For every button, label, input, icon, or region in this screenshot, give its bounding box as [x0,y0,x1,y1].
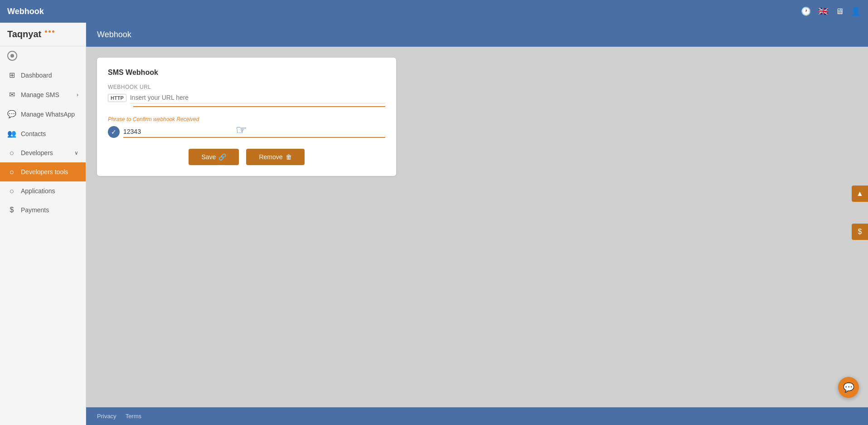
sidebar-item-developers-tools[interactable]: Developers tools [0,162,86,181]
top-bar-title: Webhook [7,7,44,16]
chevron-down-icon: ∨ [74,150,78,156]
logo-dot-3 [52,30,54,33]
sidebar-item-manage-whatsapp[interactable]: 💬 Manage WhatsApp [0,104,86,124]
phrase-input[interactable] [123,126,385,138]
sms-icon: ✉ [7,90,16,99]
dev-tools-icon [7,168,16,176]
sidebar-item-label: Payments [21,206,78,214]
float-right-buttons: ▲ $ [852,186,868,240]
save-button[interactable]: Save 🔗 [189,149,239,165]
dollar-icon: $ [858,228,862,236]
sidebar-item-applications[interactable]: Applications [0,181,86,200]
top-bar-icons: 🕐 🇬🇧 🖥 👤 [801,6,861,16]
check-icon: ✓ [111,128,116,136]
url-underline [133,106,385,107]
chat-button[interactable]: 💬 [838,377,859,398]
sidebar-item-payments[interactable]: $ Payments [0,200,86,220]
remove-label: Remove [259,153,282,161]
sidebar-item-label: Applications [21,187,78,195]
sidebar-item-label: Developers [21,149,70,156]
logo-text: Taqnyat [7,29,41,39]
sidebar-item-label: Manage WhatsApp [21,111,78,118]
card-title: SMS Webhook [108,68,385,77]
chat-icon: 💬 [843,382,854,393]
page-title: Webhook [97,30,131,39]
page-header: Webhook [86,23,868,47]
flag-icon[interactable]: 🇬🇧 [818,6,828,16]
sidebar-item-dashboard[interactable]: ⊞ Dashboard [0,65,86,85]
terms-link[interactable]: Terms [126,413,141,420]
url-input-row: HTTP [108,92,385,103]
arrow-up-icon: ▲ [856,190,863,198]
http-badge: HTTP [108,94,126,102]
link-icon: 🔗 [218,153,226,161]
float-arrow-button[interactable]: ▲ [852,186,868,202]
sidebar-item-contacts[interactable]: 👥 Contacts [0,124,86,143]
check-circle: ✓ [108,126,120,138]
chevron-right-icon: › [77,92,78,98]
sidebar-item-label: Dashboard [21,72,78,79]
privacy-link[interactable]: Privacy [97,413,116,420]
phrase-label: Phrase to Confirm webhook Received [108,116,385,122]
sidebar: Taqnyat ⊞ Dashboard ✉ Manage SMS › [0,23,86,425]
sidebar-item-label: Manage SMS [21,91,72,98]
save-label: Save [201,153,216,161]
sidebar-item-label: Contacts [21,130,78,137]
record-inner [10,54,14,58]
payments-icon: $ [7,206,16,214]
record-button[interactable] [7,51,17,61]
sidebar-logo: Taqnyat [0,23,86,46]
webhook-url-input[interactable] [130,92,385,103]
phrase-row: ✓ [108,126,385,138]
webhook-url-label: Webhook URL [108,84,385,90]
contacts-icon: 👥 [7,129,16,138]
screen-icon[interactable]: 🖥 [835,7,844,16]
whatsapp-icon: 💬 [7,110,16,118]
main-content: Webhook SMS Webhook Webhook URL HTTP Phr… [86,23,868,425]
user-icon[interactable]: 👤 [851,6,861,16]
sidebar-item-manage-sms[interactable]: ✉ Manage SMS › [0,85,86,104]
dashboard-icon: ⊞ [7,71,16,79]
logo-dot-1 [45,30,47,33]
content-area: SMS Webhook Webhook URL HTTP Phrase to C… [86,47,868,407]
top-bar: Webhook 🕐 🇬🇧 🖥 👤 [0,0,868,23]
float-dollar-button[interactable]: $ [852,224,868,240]
webhook-card: SMS Webhook Webhook URL HTTP Phrase to C… [97,58,396,176]
clock-icon[interactable]: 🕐 [801,6,811,16]
sidebar-item-developers[interactable]: Developers ∨ [0,143,86,162]
footer: Privacy Terms [86,407,868,425]
applications-icon [7,187,16,195]
remove-button[interactable]: Remove 🗑 [246,149,304,165]
sidebar-item-label: Developers tools [21,168,78,176]
logo-dot-2 [48,30,51,33]
sidebar-nav: ⊞ Dashboard ✉ Manage SMS › 💬 Manage What… [0,65,86,425]
logo-dots [45,30,54,33]
developers-icon [7,149,16,157]
trash-icon: 🗑 [286,153,292,161]
btn-row: Save 🔗 Remove 🗑 [108,149,385,165]
